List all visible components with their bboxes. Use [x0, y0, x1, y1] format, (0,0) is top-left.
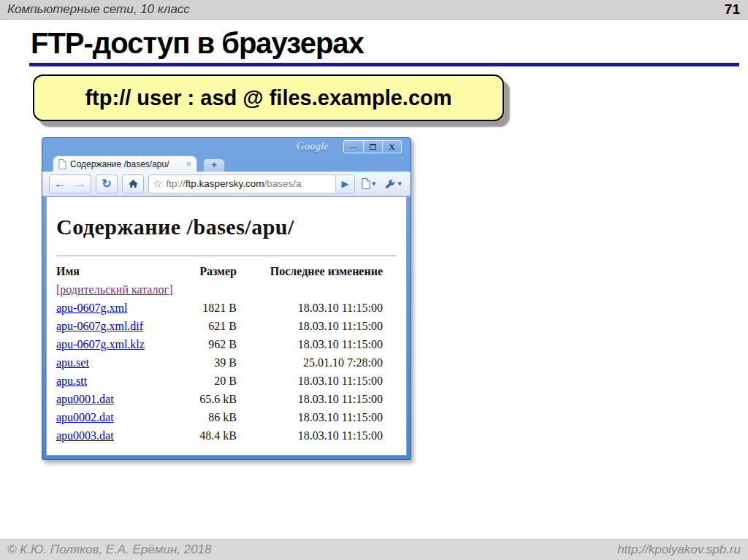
title-underline — [29, 63, 739, 66]
file-link[interactable]: [родительский каталог] — [56, 283, 172, 296]
reload-button-group: ↻ — [96, 174, 118, 193]
reload-button[interactable]: ↻ — [96, 175, 117, 193]
maximize-icon — [370, 144, 376, 150]
file-size: 1821 B — [184, 302, 237, 315]
file-modified: 18.03.10 11:15:00 — [237, 411, 383, 424]
file-link[interactable]: apu0002.dat — [56, 411, 114, 423]
file-size: 20 B — [184, 375, 237, 388]
close-button[interactable]: X — [382, 141, 401, 153]
minimize-button[interactable]: — — [344, 141, 363, 153]
file-link[interactable]: apu.set — [56, 356, 89, 369]
file-modified: 25.01.10 7:28:00 — [237, 356, 383, 369]
file-link[interactable]: apu.stt — [56, 375, 87, 387]
go-button[interactable]: ▶ — [335, 175, 354, 193]
page-title: FTP-доступ в браузерах — [31, 27, 364, 60]
ftp-table-body: [родительский каталог] apu-0607g.xml 182… — [56, 280, 406, 445]
table-row: apu-0607g.xml 1821 B 18.03.10 11:15:00 — [56, 299, 406, 317]
google-logo: Google — [297, 140, 329, 153]
course-label: Компьютерные сети, 10 класс — [7, 2, 190, 17]
file-size: 962 B — [184, 338, 237, 351]
slide-footer: © К.Ю. Поляков, Е.А. Ерёмин, 2018 http:/… — [0, 539, 748, 560]
page-menu-caret: ▾ — [372, 179, 376, 188]
file-size: 86 kB — [184, 411, 237, 424]
file-link[interactable]: apu0003.dat — [56, 429, 114, 442]
file-modified: 18.03.10 11:15:00 — [237, 429, 383, 442]
ftp-table: Имя Размер Последнее изменение [родитель… — [56, 262, 406, 445]
listing-heading: Содержание /bases/apu/ — [56, 215, 406, 239]
table-row: apu-0607g.xml.klz 962 B 18.03.10 11:15:0… — [56, 335, 406, 353]
col-header-modified: Последнее изменение — [237, 265, 383, 278]
file-link[interactable]: apu0001.dat — [56, 393, 114, 405]
file-link[interactable]: apu-0607g.xml.dif — [56, 320, 143, 332]
table-row: apu0001.dat 65.6 kB 18.03.10 11:15:00 — [56, 390, 406, 408]
page-content: Содержание /bases/apu/ Имя Размер Послед… — [46, 196, 407, 456]
table-row: apu-0607g.xml.dif 621 B 18.03.10 11:15:0… — [56, 317, 406, 335]
file-link[interactable]: apu-0607g.xml.klz — [56, 338, 145, 350]
browser-titlebar[interactable]: Google — X — [42, 138, 411, 156]
new-tab-button[interactable]: + — [203, 158, 225, 172]
col-header-size: Размер — [184, 265, 237, 278]
file-modified: 18.03.10 11:15:00 — [237, 375, 383, 388]
page-menu-button[interactable]: ▾ — [359, 174, 378, 193]
file-size: 39 B — [184, 356, 237, 369]
slide: Компьютерные сети, 10 класс 71 FTP-досту… — [0, 0, 748, 560]
col-header-name: Имя — [56, 265, 184, 278]
file-size: 65.6 kB — [184, 393, 237, 406]
home-button-group — [122, 174, 144, 193]
table-header-row: Имя Размер Последнее изменение — [56, 262, 406, 280]
file-modified: 18.03.10 11:15:00 — [237, 393, 383, 406]
page-number: 71 — [725, 1, 740, 18]
forward-button[interactable]: → — [70, 175, 91, 193]
tab-ftp-listing[interactable]: Содержание /bases/apu/ × — [53, 156, 197, 172]
home-button[interactable] — [123, 175, 143, 193]
address-bar-group: ☆ ftp://ftp.kaspersky.com/bases/a ▶ — [148, 174, 355, 193]
back-button[interactable]: ← — [50, 175, 70, 193]
nav-button-group: ← → — [49, 174, 91, 193]
tab-strip: Содержание /bases/apu/ × + — [42, 156, 411, 172]
home-icon — [128, 179, 139, 188]
heading-divider — [56, 256, 396, 256]
ftp-url-callout: ftp:// user : asd @ files.example.com — [33, 74, 504, 121]
file-size: 621 B — [184, 320, 237, 333]
url-host: ftp.kaspersky.com — [186, 178, 264, 189]
page-menu-icon — [362, 178, 370, 189]
bookmark-star-icon[interactable]: ☆ — [153, 177, 162, 191]
page-icon — [58, 159, 66, 169]
file-modified: 18.03.10 11:15:00 — [237, 338, 383, 351]
maximize-button[interactable] — [363, 141, 382, 153]
table-row: apu0002.dat 86 kB 18.03.10 11:15:00 — [56, 408, 406, 426]
tools-menu-caret: ▾ — [397, 179, 402, 188]
window-controls: — X — [343, 140, 402, 153]
file-size: 48.4 kB — [184, 429, 237, 442]
table-row: [родительский каталог] — [56, 280, 406, 299]
table-row: apu0003.dat 48.4 kB 18.03.10 11:15:00 — [56, 426, 406, 445]
tab-close-icon[interactable]: × — [186, 160, 191, 169]
tab-title: Содержание /bases/apu/ — [70, 159, 186, 169]
browser-window: Google — X Содержание /bases/apu/ × + ← — [42, 137, 411, 460]
ftp-url-text: ftp:// user : asd @ files.example.com — [85, 86, 451, 110]
table-row: apu.stt 20 B 18.03.10 11:15:00 — [56, 372, 406, 390]
browser-toolbar: ← → ↻ ☆ ftp://ftp.kaspersky.com/bases/a … — [42, 172, 411, 196]
file-modified: 18.03.10 11:15:00 — [237, 302, 383, 315]
url-text: ftp://ftp.kaspersky.com/bases/a — [166, 178, 301, 189]
tools-menu-button[interactable]: ▾ — [382, 174, 404, 193]
address-bar[interactable]: ☆ ftp://ftp.kaspersky.com/bases/a — [149, 175, 335, 193]
url-path: /bases/a — [264, 178, 302, 189]
copyright-text: © К.Ю. Поляков, Е.А. Ерёмин, 2018 — [7, 542, 212, 557]
table-row: apu.set 39 B 25.01.10 7:28:00 — [56, 353, 406, 372]
site-url: http://kpolyakov.spb.ru — [617, 542, 741, 557]
url-scheme: ftp:// — [166, 178, 185, 189]
slide-header-bar: Компьютерные сети, 10 класс 71 — [0, 0, 748, 20]
file-link[interactable]: apu-0607g.xml — [56, 302, 127, 314]
wrench-icon — [384, 178, 396, 190]
file-modified: 18.03.10 11:15:00 — [237, 320, 383, 333]
